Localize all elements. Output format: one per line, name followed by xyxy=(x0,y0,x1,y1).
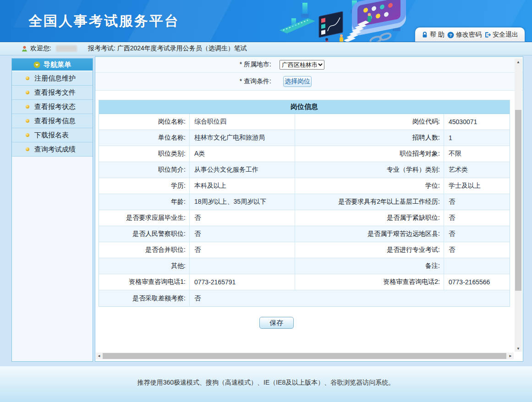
page: { "colors": { "header_blue": "#1E86DD", … xyxy=(0,0,532,402)
row-value-1: 否 xyxy=(190,210,295,226)
row-value-1: 综合职位四 xyxy=(190,114,295,130)
scroll-down-arrow[interactable]: ▼ xyxy=(515,345,522,352)
help-label: 帮 助 xyxy=(430,31,444,39)
row-value-1: 18周岁以上、35周岁以下 xyxy=(190,194,295,210)
sidebar: 导航菜单 注册信息维护 查看报考文件 查看报考状态 查看报考信息 下载报名表 查… xyxy=(11,58,93,362)
row-value-2: 否 xyxy=(444,194,510,210)
row-label-2: 是否进行专业考试: xyxy=(295,242,444,258)
browser-recommendation: 推荐使用360极速模式、搜狗（高速模式）、IE（IE8及以上版本）、谷歌浏览器访… xyxy=(137,379,395,386)
svg-text:?: ? xyxy=(449,32,452,37)
chevron-down-circle-icon xyxy=(33,61,40,68)
city-form-row: * 所属地市: 广西区桂林市 xyxy=(95,57,523,73)
bullet-icon xyxy=(26,91,29,94)
row-label-1: 年龄: xyxy=(99,194,190,210)
row-label-2: 是否属于紧缺职位: xyxy=(295,210,444,226)
row-value-2: 不限 xyxy=(444,146,510,162)
query-form-row: * 查询条件: 选择岗位 xyxy=(95,73,523,91)
change-password-label: 修改密码 xyxy=(456,31,482,39)
row-value-1: 0773-2165791 xyxy=(190,274,295,290)
table-row: 资格审查咨询电话1: 0773-2165791 资格审查咨询电话2: 0773-… xyxy=(99,274,510,290)
row-label-1: 是否采取差额考察: xyxy=(99,290,190,306)
row-label-1: 岗位名称: xyxy=(99,114,190,130)
welcome-bar: 欢迎您: 报考考试: 广西2024年度考试录用公务员（选调生）笔试 xyxy=(0,42,532,55)
sidebar-item-label: 查看报考文件 xyxy=(34,88,76,97)
row-value-2: 45030071 xyxy=(444,114,510,130)
select-job-button[interactable]: 选择岗位 xyxy=(283,76,312,87)
row-value-1: 否 xyxy=(190,290,510,306)
row-value-1 xyxy=(190,258,295,274)
bullet-icon xyxy=(26,133,29,137)
row-value-1: 本科及以上 xyxy=(190,178,295,194)
sidebar-nav-header[interactable]: 导航菜单 xyxy=(12,59,93,71)
table-row: 是否合并职位: 否 是否进行专业考试: 否 xyxy=(99,242,510,258)
scroll-right-arrow[interactable]: ► xyxy=(507,353,514,359)
row-value-2 xyxy=(444,258,510,274)
row-value-2: 0773-2165566 xyxy=(444,274,510,290)
sidebar-item-label: 查看报考状态 xyxy=(34,103,76,111)
vertical-scrollbar[interactable]: ▲ ▼ xyxy=(515,59,522,352)
sidebar-item-4[interactable]: 下载报名表 xyxy=(12,128,93,142)
sidebar-item-label: 查询考试成绩 xyxy=(34,145,76,154)
row-value-2: 否 xyxy=(444,210,510,226)
page-footer: 推荐使用360极速模式、搜狗（高速模式）、IE（IE8及以上版本）、谷歌浏览器访… xyxy=(0,366,532,402)
job-table-title: 岗位信息 xyxy=(99,100,510,114)
row-label-1: 职位简介: xyxy=(99,162,190,178)
question-icon: ? xyxy=(447,32,454,38)
row-label-1: 是否要求应届毕业生: xyxy=(99,210,190,226)
logout-link[interactable]: 安全退出 xyxy=(484,31,518,39)
row-label-1: 职位类别: xyxy=(99,146,190,162)
scroll-up-arrow[interactable]: ▲ xyxy=(515,59,522,65)
help-link[interactable]: 帮 助 xyxy=(422,31,444,39)
row-label-2: 是否要求具有2年以上基层工作经历: xyxy=(295,194,444,210)
lock-icon xyxy=(422,32,428,38)
change-password-link[interactable]: ? 修改密码 xyxy=(447,31,482,39)
bullet-icon xyxy=(26,105,29,109)
row-label-1: 是否人民警察职位: xyxy=(99,226,190,242)
exit-icon xyxy=(484,32,491,38)
row-label-1: 是否合并职位: xyxy=(99,242,190,258)
row-label-2: 专业（学科）类别: xyxy=(295,162,444,178)
row-value-1: 否 xyxy=(190,242,295,258)
sidebar-item-1[interactable]: 查看报考文件 xyxy=(12,86,93,100)
row-label-2: 是否属于艰苦边远地区县: xyxy=(295,226,444,242)
scroll-left-arrow[interactable]: ◄ xyxy=(96,353,102,359)
vertical-scroll-thumb[interactable] xyxy=(515,110,521,291)
row-label-1: 学历: xyxy=(99,178,190,194)
exam-info: 报考考试: 广西2024年度考试录用公务员（选调生）笔试 xyxy=(88,44,247,53)
row-label-1: 其他: xyxy=(99,258,190,274)
row-value-1: A类 xyxy=(190,146,295,162)
welcome-label: 欢迎您: xyxy=(30,44,51,53)
bullet-icon xyxy=(26,76,29,80)
table-row: 岗位名称: 综合职位四 岗位代码: 45030071 xyxy=(99,114,510,130)
table-row: 是否采取差额考察: 否 xyxy=(99,290,510,306)
sidebar-nav-title: 导航菜单 xyxy=(44,60,71,69)
row-value-2: 1 xyxy=(444,130,510,146)
save-button[interactable]: 保存 xyxy=(259,317,294,329)
job-table-body: 岗位名称: 综合职位四 岗位代码: 45030071 单位名称: 桂林市文化广电… xyxy=(99,114,510,306)
sidebar-item-label: 注册信息维护 xyxy=(34,74,76,83)
horizontal-scrollbar[interactable]: ◄ ► xyxy=(96,353,514,359)
sidebar-item-0[interactable]: 注册信息维护 xyxy=(12,71,93,86)
row-value-2: 艺术类 xyxy=(444,162,510,178)
page-title: 全国人事考试服务平台 xyxy=(28,12,180,31)
row-value-1: 桂林市文化广电和旅游局 xyxy=(190,130,295,146)
table-row: 年龄: 18周岁以上、35周岁以下 是否要求具有2年以上基层工作经历: 否 xyxy=(99,194,510,210)
city-select[interactable]: 广西区桂林市 xyxy=(280,60,324,70)
sidebar-item-2[interactable]: 查看报考状态 xyxy=(12,100,93,114)
app-header: 全国人事考试服务平台 xyxy=(0,0,532,42)
row-label-1: 单位名称: xyxy=(99,130,190,146)
query-label: * 查询条件: xyxy=(95,77,275,86)
sidebar-item-3[interactable]: 查看报考信息 xyxy=(12,114,93,128)
row-label-2: 职位招考对象: xyxy=(295,146,444,162)
sidebar-item-5[interactable]: 查询考试成绩 xyxy=(12,142,93,157)
row-value-1: 否 xyxy=(190,226,295,242)
horizontal-scroll-thumb[interactable] xyxy=(103,353,506,359)
table-row: 单位名称: 桂林市文化广电和旅游局 招聘人数: 1 xyxy=(99,130,510,146)
table-row: 学历: 本科及以上 学位: 学士及以上 xyxy=(99,178,510,194)
table-row: 其他: 备注: xyxy=(99,258,510,274)
row-label-2: 资格审查咨询电话2: xyxy=(295,274,444,290)
bullet-icon xyxy=(26,119,29,123)
sidebar-item-label: 查看报考信息 xyxy=(34,117,76,125)
logout-label: 安全退出 xyxy=(493,31,518,39)
table-row: 是否要求应届毕业生: 否 是否属于紧缺职位: 否 xyxy=(99,210,510,226)
